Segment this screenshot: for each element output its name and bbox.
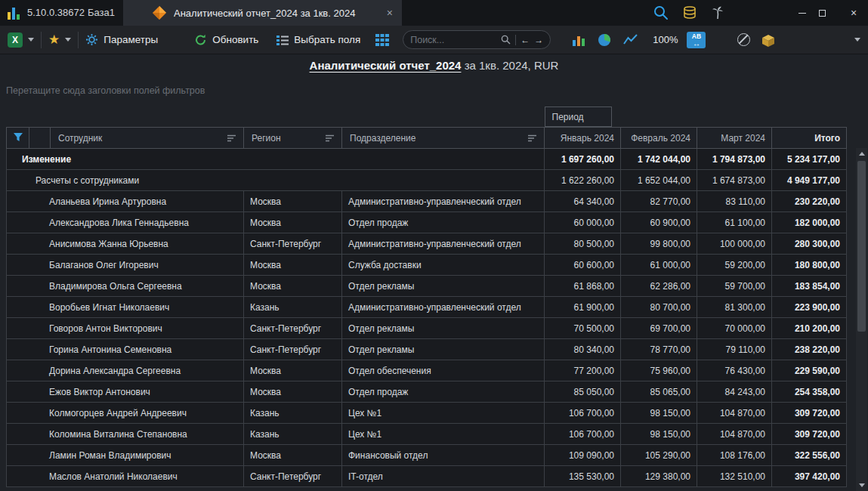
pivot-cell[interactable]: Казань [244,424,342,445]
search-input[interactable] [410,35,496,45]
pivot-cell[interactable]: 280 300,00 [772,233,847,255]
pivot-cell[interactable]: 61 000,00 [621,255,697,276]
table-row[interactable]: Горина Антонина СеменовнаСанкт-Петербург… [7,339,847,360]
table-row[interactable]: Говоров Антон ВикторовичСанкт-ПетербургО… [7,318,847,339]
palm-tree-icon[interactable] [710,5,725,20]
pivot-cell[interactable]: 77 200,00 [545,360,621,381]
table-row[interactable]: Коломина Виталина СтепановнаКазаньЦех №1… [7,424,847,445]
pivot-cell[interactable]: Санкт-Петербург [244,318,342,339]
pivot-cell[interactable]: 98 150,00 [621,424,697,445]
pivot-cell[interactable]: Ламин Роман Владимирович [7,445,244,466]
minimize-button[interactable] [794,0,811,26]
column-header-month[interactable]: Январь 2024 [545,128,621,149]
pivot-cell[interactable]: Финансовый отдел [342,445,545,466]
pivot-cell[interactable]: 106 700,00 [545,403,621,424]
favorites-button[interactable]: ★ [48,33,71,46]
pivot-cell[interactable]: 69 700,00 [621,318,697,339]
table-row[interactable]: Анисимова Жанна ЮрьевнаСанкт-ПетербургАд… [7,233,847,255]
pivot-cell[interactable]: 1 622 260,00 [545,170,621,191]
pivot-cell[interactable]: 64 340,00 [545,191,621,212]
sort-icon[interactable] [227,134,236,142]
table-row[interactable]: Владимирова Ольга СергеевнаМоскваОтдел р… [7,276,847,297]
pivot-cell[interactable]: IT-отдел [342,466,545,487]
pivot-cell[interactable]: 182 000,00 [772,212,847,233]
table-row[interactable]: Ламин Роман ВладимировичМоскваФинансовый… [7,445,847,466]
pivot-cell[interactable]: 180 800,00 [772,255,847,276]
table-row[interactable]: Воробьев Игнат НиколаевичКазаньАдминистр… [7,297,847,318]
pivot-cell[interactable]: 254 358,00 [772,381,847,403]
pivot-cell[interactable]: Административно-управленческий отдел [342,191,545,212]
pivot-cell[interactable]: Отдел продаж [342,212,545,233]
pivot-cell[interactable]: 183 854,00 [772,276,847,297]
chevron-down-icon[interactable] [65,38,71,42]
pie-chart-icon[interactable] [598,33,611,47]
pivot-cell[interactable]: 60 600,00 [545,255,621,276]
pivot-cell[interactable]: Санкт-Петербург [244,233,342,255]
database-icon[interactable] [682,5,697,20]
pivot-cell[interactable]: 60 900,00 [621,212,697,233]
column-header-region[interactable]: Регион [244,128,342,149]
column-header-employee[interactable]: Сотрудник [51,128,244,149]
pivot-cell[interactable]: Горина Антонина Семеновна [7,339,244,360]
pivot-cell[interactable]: 70 500,00 [545,318,621,339]
pivot-cell[interactable]: Москва [244,445,342,466]
pivot-cell[interactable]: 76 430,00 [697,360,772,381]
pivot-cell[interactable]: 61 100,00 [697,212,772,233]
pivot-cell[interactable]: 62 286,00 [621,276,697,297]
pivot-cell[interactable]: Отдел обеспечения [342,360,545,381]
pivot-cell[interactable]: Ежов Виктор Антонович [7,381,244,403]
pivot-cell[interactable]: Казань [244,403,342,424]
pivot-cell[interactable]: 238 220,00 [772,339,847,360]
pivot-cell[interactable]: 59 200,00 [697,255,772,276]
maximize-button[interactable] [814,0,830,26]
pivot-cell[interactable]: 397 420,00 [772,466,847,487]
pivot-cell[interactable]: Отдел рекламы [342,276,545,297]
pivot-cell[interactable]: 109 090,00 [545,445,621,466]
pivot-cell[interactable]: Воробьев Игнат Николаевич [7,297,244,318]
grid-view-icon[interactable] [375,34,389,46]
close-button[interactable]: × [845,0,862,26]
sort-icon[interactable] [325,134,335,142]
refresh-button[interactable]: Обновить [194,34,258,46]
pivot-cell[interactable]: 59 700,00 [697,276,772,297]
scrollbar-thumb[interactable] [857,161,866,332]
pivot-cell[interactable]: Административно-управленческий отдел [342,297,545,318]
search-next-icon[interactable]: → [534,35,543,45]
pivot-cell[interactable]: 60 000,00 [545,212,621,233]
pivot-cell[interactable]: 5 234 177,00 [772,149,847,170]
pivot-cell[interactable]: Дорина Александра Сергеевна [7,360,244,381]
table-row[interactable]: Ежов Виктор АнтоновичМоскваОтдел продаж8… [7,381,847,403]
pivot-cell[interactable]: 108 176,00 [697,445,772,466]
pivot-cell[interactable]: Колмогорцев Андрей Андреевич [7,403,244,424]
pivot-cell[interactable]: 223 900,00 [772,297,847,318]
filter-drop-area[interactable]: Перетащите сюда заголовки полей фильтров [6,85,205,96]
search-prev-icon[interactable]: ← [520,35,530,45]
pivot-cell[interactable]: 61 868,00 [545,276,621,297]
pivot-cell[interactable]: Административно-управленческий отдел [342,233,545,255]
pivot-cell[interactable]: Санкт-Петербург [244,466,342,487]
table-row[interactable]: Дорина Александра СергеевнаМоскваОтдел о… [7,360,847,381]
pivot-cell[interactable]: 132 510,00 [697,466,772,487]
scroll-up-button[interactable] [856,148,867,159]
pivot-cell[interactable]: 1 742 044,00 [621,149,697,170]
pivot-cell[interactable]: 70 000,00 [697,318,772,339]
pivot-cell[interactable]: 83 110,00 [697,191,772,212]
table-row[interactable]: Изменение1 697 260,001 742 044,001 794 8… [7,149,847,170]
pivot-cell[interactable]: 75 960,00 [621,360,697,381]
pivot-cell[interactable]: 80 700,00 [621,297,697,318]
zoom-level[interactable]: 100% [653,34,678,45]
search-glass-icon[interactable] [501,35,511,45]
table-row[interactable]: Александрова Лика ГеннадьевнаМоскваОтдел… [7,212,847,233]
search-box[interactable]: ← → [403,30,551,49]
pivot-cell[interactable]: 84 243,00 [697,381,772,403]
hide-zeros-icon[interactable] [737,33,750,46]
pivot-cell[interactable]: 1 674 873,00 [697,170,772,191]
pivot-cell[interactable]: 135 530,00 [545,466,621,487]
filter-button[interactable] [7,128,29,149]
pivot-cell[interactable]: 85 050,00 [545,381,621,403]
pivot-cell[interactable]: 80 340,00 [545,339,621,360]
pivot-cell[interactable]: Отдел рекламы [342,318,545,339]
parameters-button[interactable]: Параметры [85,33,158,46]
table-row[interactable]: Расчеты с сотрудниками1 622 260,001 652 … [7,170,847,191]
pivot-cell[interactable]: Москва [244,212,342,233]
